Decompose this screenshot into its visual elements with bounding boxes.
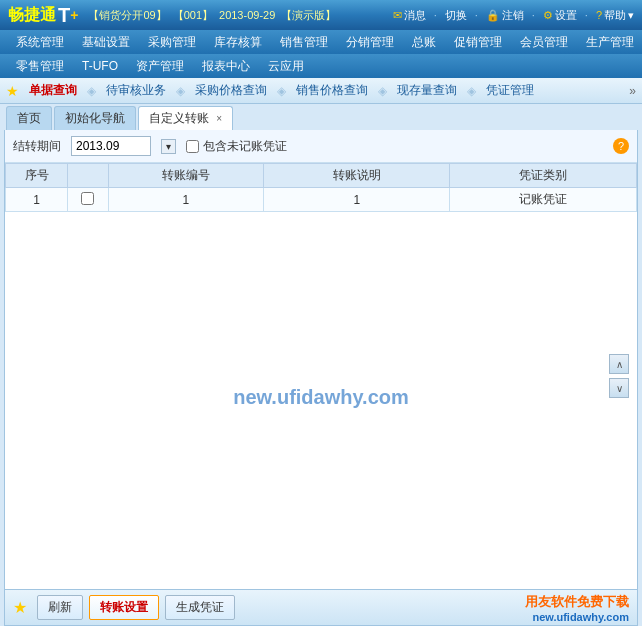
settings-btn[interactable]: ⚙ 设置	[543, 8, 577, 23]
cell-seq: 1	[6, 188, 68, 212]
date-info: 2013-09-29	[219, 9, 275, 21]
transfer-settings-button[interactable]: 转账设置	[89, 595, 159, 620]
content-area: 结转期间 ▾ 包含未记账凭证 ? 序号 转账编号 转账说明 凭证类别	[4, 130, 638, 626]
top-info: 【销货分开09】 【001】 2013-09-29 【演示版】	[88, 8, 392, 23]
sales-info: 【销货分开09】	[88, 8, 166, 23]
scroll-down-btn[interactable]: ∨	[609, 378, 629, 398]
table-area: 序号 转账编号 转账说明 凭证类别 1 1 1 记账凭证	[5, 163, 637, 589]
quick-purchase-price[interactable]: 采购价格查询	[189, 80, 273, 101]
filter-bar: 结转期间 ▾ 包含未记账凭证 ?	[5, 130, 637, 163]
nav-purchase[interactable]: 采购管理	[140, 32, 204, 53]
message-icon: ✉	[393, 9, 402, 22]
logo-cn: 畅捷通	[8, 5, 56, 26]
include-unbooked-checkbox[interactable]	[186, 140, 199, 153]
quick-pending[interactable]: 待审核业务	[100, 80, 172, 101]
tab-custom-transfer[interactable]: 自定义转账 ×	[138, 106, 233, 130]
nav-retail[interactable]: 零售管理	[8, 56, 72, 77]
nav-tufo[interactable]: T-UFO	[74, 57, 126, 75]
quick-document-query[interactable]: 单据查询	[23, 80, 83, 101]
nav-distribution[interactable]: 分销管理	[338, 32, 402, 53]
logo-t: T	[58, 4, 70, 27]
sep5: ◈	[467, 84, 476, 98]
tab-init-label: 初始化导航	[65, 111, 125, 125]
code-info: 【001】	[173, 8, 213, 23]
col-check-header	[68, 164, 108, 188]
col-seq-header: 序号	[6, 164, 68, 188]
gear-icon: ⚙	[543, 9, 553, 22]
top-actions: ✉ 消息 · 切换 · 🔒 注销 · ⚙ 设置 · ? 帮助 ▾	[393, 8, 634, 23]
quick-stock-query[interactable]: 现存量查询	[391, 80, 463, 101]
cell-number: 1	[108, 188, 263, 212]
col-desc-header: 转账说明	[263, 164, 450, 188]
quick-stock-label: 现存量查询	[397, 82, 457, 99]
logo: 畅捷通 T +	[8, 4, 78, 27]
quick-voucher[interactable]: 凭证管理	[480, 80, 540, 101]
refresh-button[interactable]: 刷新	[37, 595, 83, 620]
quick-purchase-label: 采购价格查询	[195, 82, 267, 99]
bottom-bar: ★ 刷新 转账设置 生成凭证 用友软件免费下载 new.ufidawhy.com	[5, 589, 637, 625]
row-checkbox[interactable]	[81, 192, 94, 205]
logout-btn[interactable]: 🔒 注销	[486, 8, 524, 23]
quick-sales-price[interactable]: 销售价格查询	[290, 80, 374, 101]
table-row: 1 1 1 记账凭证	[6, 188, 637, 212]
col-type-header: 凭证类别	[450, 164, 637, 188]
table-header-row: 序号 转账编号 转账说明 凭证类别	[6, 164, 637, 188]
period-input[interactable]	[71, 136, 151, 156]
tabs-bar: 首页 初始化导航 自定义转账 ×	[0, 104, 642, 130]
nav-basic[interactable]: 基础设置	[74, 32, 138, 53]
star-icon: ★	[6, 83, 19, 99]
help-arrow-icon: ▾	[628, 9, 634, 22]
watermark: new.ufidawhy.com	[233, 386, 409, 409]
tab-home[interactable]: 首页	[6, 106, 52, 130]
nav-production[interactable]: 生产管理	[578, 32, 642, 53]
col-number-header: 转账编号	[108, 164, 263, 188]
nav-promo[interactable]: 促销管理	[446, 32, 510, 53]
nav-report[interactable]: 报表中心	[194, 56, 258, 77]
quick-voucher-label: 凭证管理	[486, 82, 534, 99]
period-label: 结转期间	[13, 138, 61, 155]
bottom-watermark-line1: 用友软件免费下载	[525, 593, 629, 611]
quick-sales-label: 销售价格查询	[296, 82, 368, 99]
logo-plus: +	[70, 7, 78, 23]
main-nav-row1: 系统管理 基础设置 采购管理 库存核算 销售管理 分销管理 总账 促销管理 会员…	[0, 30, 642, 54]
nav-cloud[interactable]: 云应用	[260, 56, 312, 77]
sep4: ◈	[378, 84, 387, 98]
top-bar: 畅捷通 T + 【销货分开09】 【001】 2013-09-29 【演示版】 …	[0, 0, 642, 30]
cell-desc: 1	[263, 188, 450, 212]
quick-bar: ★ 单据查询 ◈ 待审核业务 ◈ 采购价格查询 ◈ 销售价格查询 ◈ 现存量查询…	[0, 78, 642, 104]
demo-info: 【演示版】	[281, 8, 336, 23]
help-icon: ?	[596, 9, 602, 21]
tab-home-label: 首页	[17, 111, 41, 125]
nav-ledger[interactable]: 总账	[404, 32, 444, 53]
switch-btn[interactable]: 切换	[445, 8, 467, 23]
tab-transfer-label: 自定义转账	[149, 111, 209, 125]
expand-icon[interactable]: »	[629, 84, 636, 98]
nav-sales[interactable]: 销售管理	[272, 32, 336, 53]
help-btn[interactable]: ? 帮助 ▾	[596, 8, 634, 23]
period-dropdown-btn[interactable]: ▾	[161, 139, 176, 154]
scroll-arrows: ∧ ∨	[609, 354, 629, 398]
scroll-up-btn[interactable]: ∧	[609, 354, 629, 374]
tab-close-icon[interactable]: ×	[216, 113, 222, 124]
bottom-star-icon: ★	[13, 598, 27, 617]
bottom-watermark: 用友软件免费下载 new.ufidawhy.com	[525, 593, 629, 623]
quick-pending-label: 待审核业务	[106, 82, 166, 99]
bottom-watermark-line2: new.ufidawhy.com	[532, 611, 629, 623]
cell-check[interactable]	[68, 188, 108, 212]
generate-voucher-button[interactable]: 生成凭证	[165, 595, 235, 620]
transfer-table: 序号 转账编号 转账说明 凭证类别 1 1 1 记账凭证	[5, 163, 637, 212]
lock-icon: 🔒	[486, 9, 500, 22]
nav-system[interactable]: 系统管理	[8, 32, 72, 53]
sep1: ◈	[87, 84, 96, 98]
nav-member[interactable]: 会员管理	[512, 32, 576, 53]
message-btn[interactable]: ✉ 消息	[393, 8, 426, 23]
nav-inventory[interactable]: 库存核算	[206, 32, 270, 53]
tab-init[interactable]: 初始化导航	[54, 106, 136, 130]
sep3: ◈	[277, 84, 286, 98]
include-unbooked-label: 包含未记账凭证	[186, 138, 287, 155]
quick-doc-label: 单据查询	[29, 82, 77, 99]
help-circle-icon[interactable]: ?	[613, 138, 629, 154]
cell-type: 记账凭证	[450, 188, 637, 212]
sep2: ◈	[176, 84, 185, 98]
nav-assets[interactable]: 资产管理	[128, 56, 192, 77]
